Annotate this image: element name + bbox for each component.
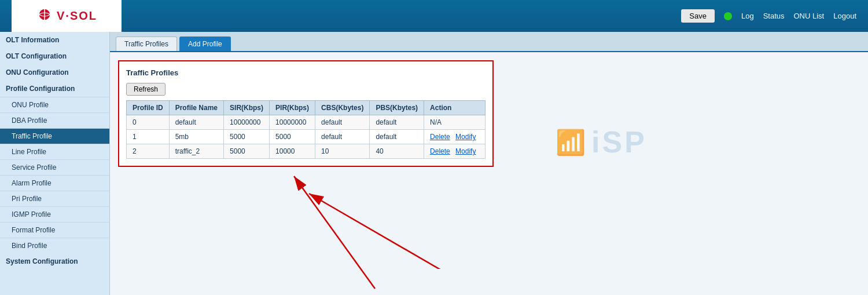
svg-line-4 [309, 194, 494, 269]
sidebar-item-igmp-profile[interactable]: IGMP Profile [0, 206, 109, 222]
cell-action-0: N/A [424, 115, 486, 130]
annotation-area: Traffic Profiles Refresh Profile ID Prof… [118, 60, 494, 167]
cell-pbs-2: 40 [370, 144, 424, 159]
cell-sir-1: 5000 [224, 130, 270, 144]
layout: OLT Information OLT Configuration ONU Co… [0, 32, 868, 295]
traffic-profiles-title: Traffic Profiles [126, 68, 486, 77]
table-row: 2 traffic_2 5000 10000 10 40 Delete Modi… [127, 144, 486, 159]
cell-sir-0: 10000000 [224, 115, 270, 130]
delete-link-1[interactable]: Delete [430, 133, 450, 141]
cell-name-1: 5mb [169, 130, 223, 144]
log-link[interactable]: Log [741, 12, 754, 20]
logo-text: V·SOL [57, 9, 97, 23]
cell-pbs-1: default [370, 130, 424, 144]
sidebar-item-line-profile[interactable]: Line Profile [0, 144, 109, 159]
cell-pir-0: 10000000 [270, 115, 315, 130]
col-profile-id: Profile ID [127, 101, 170, 115]
sidebar-item-profile-configuration[interactable]: Profile Configuration [0, 81, 109, 97]
refresh-button[interactable]: Refresh [126, 83, 165, 96]
cell-id-1: 1 [127, 130, 170, 144]
sidebar-item-onu-profile[interactable]: ONU Profile [0, 97, 109, 112]
content-area: Traffic Profiles Refresh Profile ID Prof… [110, 52, 868, 175]
tab-add-profile[interactable]: Add Profile [179, 37, 231, 51]
modify-link-2[interactable]: Modify [455, 147, 476, 155]
profiles-table: Profile ID Profile Name SIR(Kbps) PIR(Kb… [126, 100, 486, 159]
logout-link[interactable]: Logout [833, 12, 856, 20]
col-sir: SIR(Kbps) [224, 101, 270, 115]
cell-sir-2: 5000 [224, 144, 270, 159]
cell-name-2: traffic_2 [169, 144, 223, 159]
delete-link-2[interactable]: Delete [430, 147, 450, 155]
table-body: 0 default 10000000 10000000 default defa… [127, 115, 486, 159]
cell-pbs-0: default [370, 115, 424, 130]
col-profile-name: Profile Name [169, 101, 223, 115]
cell-cbs-1: default [315, 130, 370, 144]
sidebar-item-olt-information[interactable]: OLT Information [0, 32, 109, 48]
col-pbs: PBS(Kbytes) [370, 101, 424, 115]
cell-name-0: default [169, 115, 223, 130]
sidebar-item-traffic-profile[interactable]: Traffic Profile [0, 128, 109, 144]
isp-text: iSP [591, 125, 647, 159]
main-content: Traffic Profiles Add Profile Traffic Pro… [110, 32, 868, 295]
isp-watermark: 📶 iSP [556, 125, 647, 159]
logo-icon [36, 8, 53, 25]
sidebar-item-pri-profile[interactable]: Pri Profile [0, 191, 109, 206]
tab-bar: Traffic Profiles Add Profile [110, 32, 868, 52]
status-indicator [724, 12, 732, 20]
cell-pir-2: 10000 [270, 144, 315, 159]
sidebar-item-alarm-profile[interactable]: Alarm Profile [0, 175, 109, 191]
tab-traffic-profiles[interactable]: Traffic Profiles [116, 37, 177, 51]
sidebar-item-service-profile[interactable]: Service Profile [0, 159, 109, 175]
header: V·SOL Save Log Status ONU List Logout [0, 0, 868, 32]
cell-cbs-2: 10 [315, 144, 370, 159]
table-row: 1 5mb 5000 5000 default default Delete M… [127, 130, 486, 144]
traffic-profiles-box: Traffic Profiles Refresh Profile ID Prof… [118, 60, 494, 167]
status-link[interactable]: Status [763, 12, 785, 20]
cell-pir-1: 5000 [270, 130, 315, 144]
modify-link-1[interactable]: Modify [455, 133, 476, 141]
table-header-row: Profile ID Profile Name SIR(Kbps) PIR(Kb… [127, 101, 486, 115]
logo-area: V·SOL [12, 0, 122, 32]
svg-line-7 [294, 176, 375, 289]
sidebar-item-system-configuration[interactable]: System Configuration [0, 253, 109, 269]
sidebar-item-onu-configuration[interactable]: ONU Configuration [0, 64, 109, 81]
cell-id-0: 0 [127, 115, 170, 130]
sidebar-item-bind-profile[interactable]: Bind Profile [0, 238, 109, 253]
cell-action-2: Delete Modify [424, 144, 486, 159]
col-cbs: CBS(Kbytes) [315, 101, 370, 115]
table-row: 0 default 10000000 10000000 default defa… [127, 115, 486, 130]
onu-list-link[interactable]: ONU List [794, 12, 825, 20]
col-action: Action [424, 101, 486, 115]
save-button[interactable]: Save [681, 9, 715, 23]
cell-cbs-0: default [315, 115, 370, 130]
cell-id-2: 2 [127, 144, 170, 159]
sidebar-item-olt-configuration[interactable]: OLT Configuration [0, 48, 109, 64]
sidebar: OLT Information OLT Configuration ONU Co… [0, 32, 110, 295]
wifi-icon-watermark: 📶 [556, 128, 588, 156]
col-pir: PIR(Kbps) [270, 101, 315, 115]
header-right: Save Log Status ONU List Logout [681, 9, 856, 23]
sidebar-item-dba-profile[interactable]: DBA Profile [0, 112, 109, 128]
cell-action-1: Delete Modify [424, 130, 486, 144]
sidebar-item-format-profile[interactable]: Format Profile [0, 222, 109, 238]
